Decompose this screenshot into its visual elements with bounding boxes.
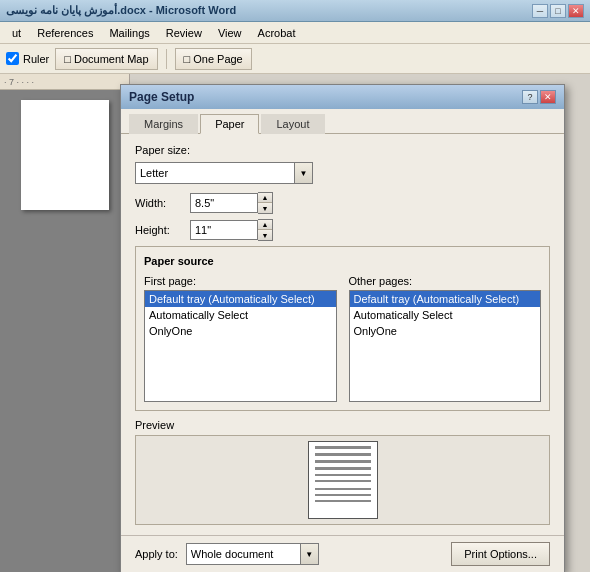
one-page-label: One Page [193,53,243,65]
apply-to-arrow[interactable]: ▼ [301,543,319,565]
menu-acrobat[interactable]: Acrobat [250,25,304,41]
dialog-body: Paper size: ▼ Width: ▲ ▼ [121,134,564,535]
doc-map-icon: □ [64,53,71,65]
close-button[interactable]: ✕ [568,4,584,18]
width-spinner: ▲ ▼ [258,192,273,214]
preview-line-8 [315,494,371,496]
height-label: Height: [135,224,190,236]
height-input[interactable] [190,220,258,240]
preview-line-2 [315,453,371,456]
other-pages-item-2[interactable]: OnlyOne [350,323,541,339]
preview-line-9 [315,500,371,502]
dialog-help-button[interactable]: ? [522,90,538,104]
other-pages-listbox[interactable]: Default tray (Automatically Select) Auto… [349,290,542,402]
menu-bar: ut References Mailings Review View Acrob… [0,22,590,44]
preview-page [308,441,378,519]
menu-references[interactable]: References [29,25,101,41]
other-pages-col: Other pages: Default tray (Automatically… [349,275,542,402]
height-row: Height: ▲ ▼ [135,219,550,241]
menu-mailings[interactable]: Mailings [101,25,157,41]
doc-map-button[interactable]: □ Document Map [55,48,157,70]
other-pages-item-1[interactable]: Automatically Select [350,307,541,323]
ruler-check[interactable]: Ruler [6,52,49,65]
width-label: Width: [135,197,190,209]
dialog-footer: Apply to: ▼ Print Options... [121,535,564,572]
preview-label: Preview [135,419,550,431]
other-pages-listbox-wrap: Default tray (Automatically Select) Auto… [349,290,542,402]
first-page-item-1[interactable]: Automatically Select [145,307,336,323]
menu-review[interactable]: Review [158,25,210,41]
paper-source-header: Paper source [144,255,541,267]
first-page-col: First page: Default tray (Automatically … [144,275,337,402]
height-input-wrap: ▲ ▼ [190,219,273,241]
tab-layout[interactable]: Layout [261,114,324,134]
doc-map-label: Document Map [74,53,149,65]
menu-view[interactable]: View [210,25,250,41]
height-spinner-down[interactable]: ▼ [258,230,272,240]
toolbar-separator [166,49,167,69]
preview-section: Preview [135,419,550,525]
print-options-button[interactable]: Print Options... [451,542,550,566]
dialog-close-button[interactable]: ✕ [540,90,556,104]
title-bar: أموزش پایان نامه نویسی.docx - Microsoft … [0,0,590,22]
source-columns: First page: Default tray (Automatically … [144,275,541,402]
paper-size-label: Paper size: [135,144,550,156]
height-spinner-up[interactable]: ▲ [258,220,272,230]
page-setup-dialog: Page Setup ? ✕ Margins Paper Layout Pape… [120,84,565,572]
other-pages-item-0[interactable]: Default tray (Automatically Select) [350,291,541,307]
height-spinner: ▲ ▼ [258,219,273,241]
tab-paper[interactable]: Paper [200,114,259,134]
paper-size-dropdown-arrow[interactable]: ▼ [295,162,313,184]
dialog-title-text: Page Setup [129,90,194,104]
paper-size-dropdown-wrap: ▼ [135,162,550,184]
dialog-title-bar: Page Setup ? ✕ [121,85,564,109]
preview-line-6 [315,480,371,482]
title-bar-text: أموزش پایان نامه نویسی.docx - Microsoft … [6,4,236,17]
first-page-item-0[interactable]: Default tray (Automatically Select) [145,291,336,307]
one-page-button[interactable]: □ One Page [175,48,252,70]
width-spinner-up[interactable]: ▲ [258,193,272,203]
first-page-listbox-wrap: Default tray (Automatically Select) Auto… [144,290,337,402]
width-input[interactable] [190,193,258,213]
menu-ut[interactable]: ut [4,25,29,41]
toolbar: Ruler □ Document Map □ One Page [0,44,590,74]
apply-to-dropdown-wrap: ▼ [186,543,319,565]
preview-line-5 [315,474,371,476]
preview-box [135,435,550,525]
dialog-overlay: Page Setup ? ✕ Margins Paper Layout Pape… [0,74,590,572]
dialog-title-buttons: ? ✕ [522,90,556,104]
dialog-tabs: Margins Paper Layout [121,109,564,134]
tab-margins[interactable]: Margins [129,114,198,134]
preview-line-4 [315,467,371,470]
first-page-item-2[interactable]: OnlyOne [145,323,336,339]
width-spinner-down[interactable]: ▼ [258,203,272,213]
maximize-button[interactable]: □ [550,4,566,18]
paper-size-input[interactable] [135,162,295,184]
first-page-label: First page: [144,275,337,287]
other-pages-label: Other pages: [349,275,542,287]
first-page-listbox[interactable]: Default tray (Automatically Select) Auto… [144,290,337,402]
ruler-checkbox[interactable] [6,52,19,65]
minimize-button[interactable]: ─ [532,4,548,18]
preview-line-7 [315,488,371,490]
title-bar-buttons: ─ □ ✕ [532,4,584,18]
one-page-icon: □ [184,53,191,65]
paper-source-section: Paper source First page: Default tray (A… [135,246,550,411]
apply-to-input[interactable] [186,543,301,565]
width-input-wrap: ▲ ▼ [190,192,273,214]
apply-to-label: Apply to: [135,548,178,560]
preview-line-3 [315,460,371,463]
width-row: Width: ▲ ▼ [135,192,550,214]
preview-line-1 [315,446,371,449]
ruler-label: Ruler [23,53,49,65]
main-area: · 7 · · · · Page Setup ? ✕ Margins Paper… [0,74,590,572]
